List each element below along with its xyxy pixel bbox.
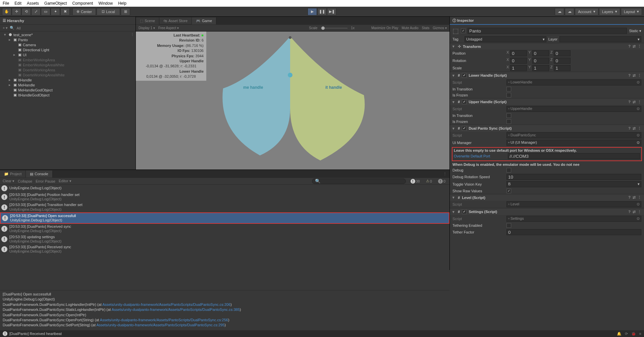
rot-y-field[interactable] xyxy=(532,58,549,64)
hierarchy-item[interactable]: ▣ItHandleGodObject xyxy=(0,92,136,97)
toggle-key-dropdown[interactable]: B▾ xyxy=(506,181,641,187)
hierarchy-item[interactable]: ▣Directional Light xyxy=(0,47,136,52)
source-link[interactable]: Assets/unity-dualpanto-framework/Assets/… xyxy=(102,302,230,307)
scale-tool-button[interactable]: ⤢ xyxy=(31,8,41,15)
rect-tool-button[interactable]: ▭ xyxy=(41,8,50,15)
hierarchy-item[interactable]: ▣DoerteWorkingAreaWhite xyxy=(0,72,136,77)
hierarchy-search[interactable]: All xyxy=(16,26,20,30)
hierarchy-item[interactable]: ▣Camera xyxy=(0,42,136,47)
component-enabled-checkbox[interactable] xyxy=(462,73,467,78)
console-item[interactable]: ![20:53:33] updating settingsUnityEngine… xyxy=(0,234,449,244)
play-button[interactable]: ▶ xyxy=(308,8,317,15)
console-item[interactable]: ![20:53:33] [DualPanto] Open successfull… xyxy=(0,212,449,224)
preset-icon[interactable]: ⇄ xyxy=(633,44,636,49)
gizmos-dropdown[interactable]: Gizmos ▾ xyxy=(433,26,447,30)
menu-component[interactable]: Component xyxy=(72,1,93,6)
tab-asset-store[interactable]: 🛍Asset Store xyxy=(159,17,192,24)
dualpanto-section-header[interactable]: ▾#Dual Panto Sync (Script)?⇄⋮ xyxy=(450,125,644,132)
transform-tool-button[interactable]: ✦ xyxy=(51,8,60,15)
menu-edit[interactable]: Edit xyxy=(14,1,21,6)
error-count[interactable]: !0 xyxy=(437,179,447,184)
in-transition-checkbox[interactable] xyxy=(506,87,511,91)
source-link[interactable]: Assets/unity-dualpanto-framework/Assets/… xyxy=(112,308,240,312)
aspect-dropdown[interactable]: Free Aspect ▾ xyxy=(158,26,179,30)
menu-gameobject[interactable]: GameObject xyxy=(44,1,67,6)
tethering-checkbox[interactable] xyxy=(506,223,511,228)
warn-count[interactable]: ⚠0 xyxy=(425,179,433,183)
display-dropdown[interactable]: Display 1 ▾ xyxy=(139,26,155,30)
console-item[interactable]: ![20:53:33] [DualPanto] Received syncUni… xyxy=(0,224,449,234)
menu-assets[interactable]: Assets xyxy=(27,1,39,6)
layer-dropdown[interactable]: ▾ xyxy=(559,36,641,42)
hierarchy-item[interactable]: ▸▣Panto xyxy=(0,37,136,42)
level-section-header[interactable]: ▾#Level (Script)?⇄⋮ xyxy=(450,194,644,201)
tag-dropdown[interactable]: Untagged▾ xyxy=(465,36,546,42)
pause-button[interactable]: ❚❚ xyxy=(317,8,327,15)
console-item[interactable]: ![20:53:33] [DualPanto] Position handler… xyxy=(0,192,449,202)
editor-dropdown[interactable]: Editor ▾ xyxy=(59,179,71,183)
space-mode-button[interactable]: ⊡Local xyxy=(97,8,120,15)
custom-tool-button[interactable]: ✖ xyxy=(60,8,70,15)
lower-handle-section-header[interactable]: ▾#Lower Handle (Script)?⇄⋮ xyxy=(450,72,644,79)
scale-x-field[interactable] xyxy=(510,65,527,71)
step-button[interactable]: ▶❚ xyxy=(327,8,336,15)
console-item[interactable]: !UnityEngine.Debug:Log(Object) xyxy=(0,185,449,192)
show-raw-checkbox[interactable] xyxy=(506,189,511,193)
source-link[interactable]: Assets/unity-dualpanto-framework/Assets/… xyxy=(100,318,228,322)
tab-game[interactable]: 🎮Game xyxy=(192,17,216,24)
pos-x-field[interactable] xyxy=(510,50,527,56)
transform-section-header[interactable]: ▾⊹Transform?⇄⋮ xyxy=(450,43,644,50)
upper-handle-section-header[interactable]: ▾#Upper Handle (Script)?⇄⋮ xyxy=(450,98,644,105)
object-name-field[interactable] xyxy=(468,28,627,34)
error-pause-button[interactable]: Error Pause xyxy=(36,179,55,183)
source-link[interactable]: Assets/unity-dualpanto-framework/Assets/… xyxy=(96,323,224,327)
cloud-icon[interactable]: ☁ xyxy=(565,8,574,15)
component-enabled-checkbox[interactable] xyxy=(462,99,467,104)
collapse-button[interactable]: Collapse xyxy=(18,179,32,183)
tab-scene[interactable]: ⬚Scene xyxy=(136,17,159,24)
overwrite-port-field[interactable] xyxy=(508,153,640,159)
hierarchy-item[interactable]: ▸▣UI xyxy=(0,52,136,57)
move-tool-button[interactable]: ✛ xyxy=(12,8,21,15)
hierarchy-item[interactable]: ▣EmberWorkingArea xyxy=(0,57,136,62)
menu-icon[interactable]: ⋮ xyxy=(638,44,641,49)
layers-dropdown[interactable]: Layers▾ xyxy=(599,8,620,15)
debug-speed-field[interactable] xyxy=(506,174,641,180)
hierarchy-tab[interactable]: ☰ Hierarchy xyxy=(0,17,136,25)
hierarchy-item[interactable]: ▣EmberWorkingAreaWhite xyxy=(0,62,136,67)
snap-button[interactable]: ⊞ xyxy=(121,8,130,15)
in-transition-checkbox[interactable] xyxy=(506,113,511,118)
menu-file[interactable]: File xyxy=(3,1,9,6)
hierarchy-item[interactable]: ▸▣MeHandle xyxy=(0,82,136,87)
hand-tool-button[interactable]: ✋ xyxy=(2,8,11,15)
debug-checkbox[interactable] xyxy=(506,168,511,173)
help-icon[interactable]: ? xyxy=(628,44,631,49)
component-enabled-checkbox[interactable] xyxy=(462,209,467,214)
notifications-icon[interactable]: 🔔 xyxy=(617,332,622,336)
console-search[interactable] xyxy=(312,179,406,184)
pos-z-field[interactable] xyxy=(554,50,571,56)
tab-project[interactable]: 📁Project xyxy=(0,171,26,178)
bug-icon[interactable]: 🐞 xyxy=(631,332,636,336)
context-menu-icon[interactable]: ⋮ xyxy=(440,172,449,176)
static-dropdown[interactable]: Static ▾ xyxy=(629,29,641,33)
info-count[interactable]: !38 xyxy=(409,179,421,184)
clear-button[interactable]: Clear ▾ xyxy=(3,179,14,183)
console-item[interactable]: ![20:53:33] [DualPanto] Received syncUni… xyxy=(0,244,449,254)
layout-dropdown[interactable]: Layout▾ xyxy=(621,8,642,15)
menu-window[interactable]: Window xyxy=(98,1,113,6)
hierarchy-item[interactable]: ▣DoerteWorkingArea xyxy=(0,67,136,72)
hierarchy-item[interactable]: ▸▣ItHandle xyxy=(0,77,136,82)
collab-icon[interactable]: ☁ xyxy=(555,8,564,15)
settings-section-header[interactable]: ▾#Settings (Script)?⇄⋮ xyxy=(450,208,644,215)
pivot-mode-button[interactable]: ⊕Center xyxy=(72,8,96,15)
scale-slider[interactable] xyxy=(321,28,347,28)
is-frozen-checkbox[interactable] xyxy=(506,119,511,124)
pos-y-field[interactable] xyxy=(532,50,549,56)
console-item[interactable]: ![20:53:33] [DualPanto] Transition handl… xyxy=(0,202,449,212)
context-menu-icon[interactable]: ⋮ xyxy=(130,32,134,37)
is-frozen-checkbox[interactable] xyxy=(506,93,511,97)
stats-toggle[interactable]: Stats xyxy=(422,26,430,30)
inspector-tab[interactable]: ⓘ Inspector xyxy=(450,17,644,25)
maximize-toggle[interactable]: Maximize On Play xyxy=(371,26,398,30)
